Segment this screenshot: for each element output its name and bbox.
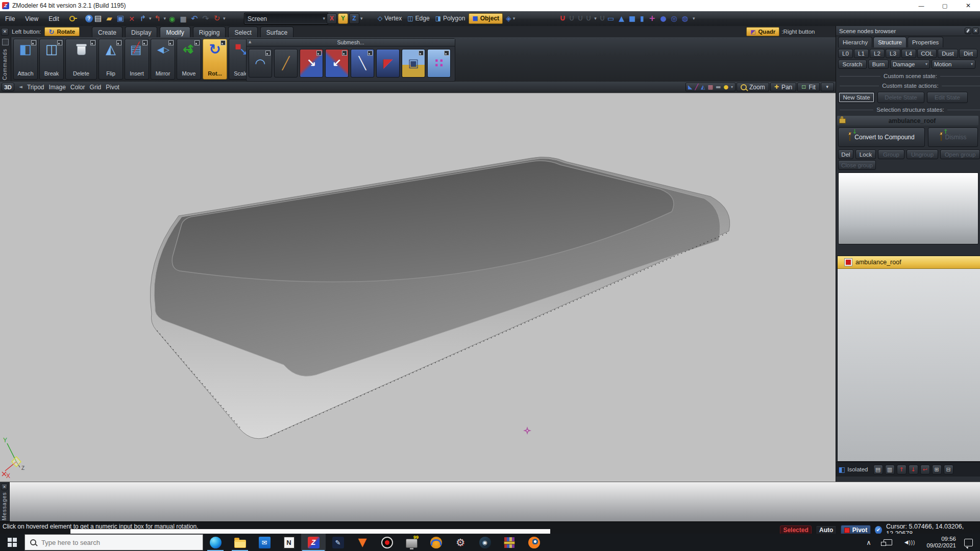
tab-rigging[interactable]: Rigging	[193, 27, 226, 38]
taskbar-fps-monitor[interactable]: 99	[399, 534, 424, 551]
taskbar-search[interactable]	[24, 534, 203, 550]
damage-dropdown-icon[interactable]: ▾	[925, 62, 927, 66]
viewport-menu-image[interactable]: Image	[49, 84, 66, 91]
primitive-cylinder-icon[interactable]: ▮	[640, 15, 644, 22]
taskbar-settings-tool[interactable]: ⚙	[448, 534, 473, 551]
menu-view[interactable]: View	[25, 15, 38, 22]
submesh-knife-button[interactable]: ╲	[351, 49, 374, 78]
snap-dropdown-icon[interactable]: ▾	[594, 16, 597, 21]
viewport-menu-pivot[interactable]: Pivot	[106, 84, 119, 91]
tab-hierarchy[interactable]: Hierarchy	[838, 37, 872, 47]
dismiss-button[interactable]: ↑ Dismiss	[928, 128, 978, 147]
primitive-dummy-icon[interactable]: +	[649, 14, 655, 22]
submesh-embed-button[interactable]: ▣	[402, 49, 425, 78]
return-icon[interactable]: ↩	[920, 465, 930, 474]
move-down-icon[interactable]: ↓	[909, 465, 918, 474]
menu-edit[interactable]: Edit	[48, 15, 59, 22]
tab-modify[interactable]: Modify	[160, 27, 190, 38]
attach-button[interactable]: ◧ Attach	[13, 39, 38, 80]
lod-l0-button[interactable]: L0	[838, 49, 853, 58]
expand-corner-icon[interactable]	[316, 51, 322, 56]
display-dropdown-icon[interactable]: ▾	[731, 85, 733, 89]
axis-dropdown-icon[interactable]: ▾	[360, 16, 363, 21]
primitive-box-icon[interactable]: ▭	[607, 15, 614, 22]
expand-corner-icon[interactable]	[90, 40, 95, 45]
import-icon[interactable]: ↰	[153, 14, 163, 24]
viewport-menu-color[interactable]: Color	[70, 84, 85, 91]
expand-corner-icon[interactable]	[419, 51, 424, 56]
motion-dropdown-icon[interactable]: ▾	[971, 62, 973, 66]
hotkeys-key-icon[interactable]	[69, 16, 75, 21]
fx-damage-button[interactable]: Damage ▾	[890, 60, 930, 69]
delete-state-button[interactable]: Delete State	[877, 92, 924, 103]
move-up-icon[interactable]: ↑	[897, 465, 906, 474]
expand-corner-icon[interactable]	[220, 40, 226, 45]
submesh-attach-button[interactable]: ↙	[325, 49, 349, 78]
grid-settings-icon[interactable]: ▦	[178, 14, 188, 24]
view-mode-button[interactable]: 3D	[2, 83, 14, 91]
list-detail-icon[interactable]: ▤	[873, 465, 883, 474]
fx-motion-button[interactable]: Motion ▾	[932, 60, 975, 69]
tab-create[interactable]: Create	[92, 27, 122, 38]
background-icon[interactable]: ▬	[716, 84, 721, 90]
taskbar-edge[interactable]	[203, 534, 228, 551]
new-file-icon[interactable]: ▤	[93, 14, 103, 24]
open-file-icon[interactable]: ▰	[104, 14, 114, 24]
expand-corner-icon[interactable]	[342, 51, 347, 56]
primitive-cube-icon[interactable]: ■	[629, 15, 635, 22]
edit-state-button[interactable]: Edit State	[927, 92, 968, 103]
menu-file[interactable]: File	[5, 15, 15, 22]
messages-panel-tab[interactable]: ✕ Messages	[0, 482, 10, 522]
taskbar-editor[interactable]: ✎	[326, 534, 350, 551]
tab-surface[interactable]: Surface	[260, 27, 293, 38]
lock-node-button[interactable]: Lock	[855, 149, 876, 159]
delete-button[interactable]: Delete	[65, 39, 97, 80]
expand-corner-icon[interactable]	[31, 40, 36, 45]
help-icon[interactable]: ?	[85, 15, 93, 22]
axis-x-button[interactable]: X	[327, 13, 337, 24]
submesh-brush-button[interactable]: ╱	[274, 49, 298, 78]
primitive-cone-icon[interactable]: ▲	[619, 15, 624, 22]
node-item-ambulance-roof[interactable]: ambulance_roof	[838, 256, 980, 269]
rotate-button[interactable]: ↻ Rot...	[203, 39, 227, 80]
status-check-icon[interactable]: ✔	[875, 526, 882, 534]
del-node-button[interactable]: Del	[838, 149, 853, 159]
primitive-tube-icon[interactable]: ◍	[682, 15, 688, 22]
taskbar-recorder[interactable]	[375, 534, 399, 551]
expand-corner-icon[interactable]	[168, 40, 174, 45]
snap-edge-icon[interactable]: ∩	[585, 14, 592, 22]
move-button[interactable]: ↔ ↕ Move	[177, 39, 201, 80]
primitive-sphere-icon[interactable]: ●	[660, 15, 666, 22]
history-dropdown-icon[interactable]: ▾	[223, 16, 226, 21]
redo-icon[interactable]: ↷	[201, 14, 211, 24]
delete-icon[interactable]: ✕	[127, 14, 137, 24]
tray-chevron-icon[interactable]: ∧	[866, 539, 871, 546]
fx-scratch-button[interactable]: Scratch	[838, 60, 867, 69]
primitive-dropdown-icon[interactable]: ▾	[693, 16, 695, 21]
snap-grid-icon[interactable]: ∩	[569, 14, 575, 22]
insert-button[interactable]: ▤ ╱ Insert	[125, 39, 149, 80]
tab-properties[interactable]: Properties	[908, 37, 943, 47]
snap-magnet-icon[interactable]: ∩	[559, 14, 566, 22]
tab-select[interactable]: Select	[228, 27, 257, 38]
mode-dropdown-icon[interactable]: ▾	[513, 16, 516, 21]
taskbar-blender[interactable]	[522, 534, 546, 551]
export-dropdown-icon[interactable]: ▾	[149, 16, 152, 21]
node-color-swatch[interactable]	[845, 259, 852, 266]
collapse-left-icon[interactable]: ◄	[19, 85, 22, 89]
commands-panel-tab[interactable]: Commands	[0, 37, 11, 82]
light-icon[interactable]: ●	[723, 84, 728, 90]
tray-clock[interactable]: 09:56 09/02/2021	[926, 536, 956, 549]
snap-vertex-icon[interactable]: ∩	[577, 14, 583, 22]
collapse-all-icon[interactable]: ⊟	[944, 465, 953, 474]
taskbar-notepad[interactable]: N	[277, 534, 301, 551]
texture-checker-icon[interactable]: ▩	[708, 84, 713, 90]
lod-l2-button[interactable]: L2	[870, 49, 885, 58]
taskbar-explorer[interactable]	[228, 534, 252, 551]
viewport-menu-tripod[interactable]: Tripod	[27, 84, 44, 91]
refresh-icon[interactable]: ↻	[212, 14, 222, 24]
material-icon[interactable]: ◭	[701, 84, 705, 90]
ungroup-button[interactable]: Ungroup	[906, 149, 938, 159]
tab-display[interactable]: Display	[125, 27, 157, 38]
flip-button[interactable]: ◭ Flip	[99, 39, 123, 80]
